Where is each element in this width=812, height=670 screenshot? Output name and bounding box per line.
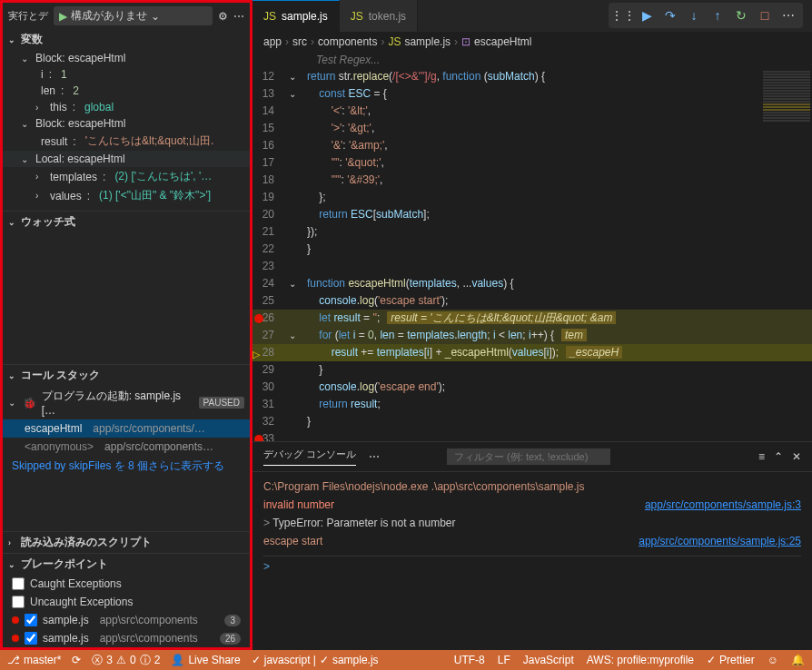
prettier-status[interactable]: ✓Prettier bbox=[707, 654, 755, 666]
info-icon: ⓘ bbox=[140, 653, 151, 668]
step-out-button[interactable]: ↑ bbox=[707, 5, 728, 26]
feedback-icon[interactable]: ☺ bbox=[767, 654, 778, 666]
breakpoint-uncaught[interactable]: Uncaught Exceptions bbox=[3, 593, 250, 611]
fold-icon[interactable] bbox=[285, 344, 300, 361]
fold-icon[interactable] bbox=[285, 120, 300, 137]
eol[interactable]: LF bbox=[498, 654, 510, 666]
fold-icon[interactable] bbox=[285, 396, 300, 413]
collapse-icon[interactable]: ⌃ bbox=[774, 450, 783, 463]
fold-icon[interactable]: ⌄ bbox=[285, 85, 300, 103]
git-branch[interactable]: ⎇master* bbox=[7, 654, 61, 666]
code-editor[interactable]: 12⌄return str.replace(/[<>&"']/g, functi… bbox=[253, 68, 812, 441]
loaded-scripts-header[interactable]: › 読み込み済みのスクリプト bbox=[3, 531, 250, 553]
loaded-label: 読み込み済みのスクリプト bbox=[21, 535, 152, 550]
fold-icon[interactable]: ⌄ bbox=[285, 275, 300, 292]
variables-section-header[interactable]: ⌄ 変数 bbox=[3, 29, 250, 50]
checkbox[interactable] bbox=[25, 614, 37, 626]
callstack-section-header[interactable]: ⌄ コール スタック bbox=[3, 364, 250, 386]
js-file-icon: JS bbox=[263, 10, 276, 23]
codelens-test-regex[interactable]: Test Regex... bbox=[253, 52, 812, 68]
variable-row[interactable]: i:1 bbox=[3, 66, 250, 83]
debug-config-dropdown[interactable]: ▶ 構成がありませ ⌄ bbox=[54, 6, 213, 25]
continue-button[interactable]: ▶ bbox=[636, 5, 658, 26]
fold-icon[interactable] bbox=[285, 258, 300, 275]
symbol-method-icon: ⊡ bbox=[461, 35, 470, 48]
close-icon[interactable]: ✕ bbox=[792, 450, 801, 463]
checkbox[interactable] bbox=[25, 632, 37, 645]
callstack-launch-row[interactable]: ⌄🐞 プログラムの起動: sample.js [… PAUSED bbox=[3, 386, 250, 419]
more-icon[interactable]: ⋯ bbox=[777, 5, 799, 26]
tab-sample[interactable]: JSsample.js bbox=[253, 0, 340, 32]
problems-indicator[interactable]: ⓧ3⚠0ⓘ2 bbox=[92, 653, 160, 668]
breakpoint-icon[interactable] bbox=[254, 435, 263, 441]
more-icon[interactable]: ⋯ bbox=[233, 10, 244, 23]
watch-section-header[interactable]: ⌄ ウォッチ式 bbox=[3, 211, 250, 232]
drag-handle-icon[interactable]: ⋮⋮ bbox=[612, 5, 634, 26]
fold-icon[interactable] bbox=[285, 292, 300, 310]
bell-icon[interactable]: 🔔 bbox=[791, 654, 805, 666]
breakpoints-section-header[interactable]: ⌄ ブレークポイント bbox=[3, 553, 250, 575]
status-lang[interactable]: ✓javascript |✓sample.js bbox=[252, 654, 379, 666]
fold-icon[interactable] bbox=[285, 103, 300, 120]
variable-row[interactable]: ›this:global bbox=[3, 99, 250, 115]
more-icon[interactable]: ⋯ bbox=[369, 450, 380, 463]
breakpoint-row[interactable]: sample.jsapp\src\components3 bbox=[3, 611, 250, 629]
variable-row[interactable]: len:2 bbox=[3, 83, 250, 99]
fold-icon[interactable]: ⌄ bbox=[285, 327, 300, 344]
step-over-button[interactable]: ↷ bbox=[659, 5, 681, 26]
language-mode[interactable]: JavaScript bbox=[523, 654, 574, 666]
tab-token[interactable]: JStoken.js bbox=[340, 0, 418, 32]
sync-button[interactable]: ⟳ bbox=[72, 654, 81, 666]
breakpoint-row[interactable]: sample.jsapp\src\components26 bbox=[3, 629, 250, 647]
variable-scope[interactable]: ⌄Local: escapeHtml bbox=[3, 151, 250, 167]
source-link[interactable]: app/src/components/sample.js:25 bbox=[639, 532, 801, 550]
liveshare-icon: 👤 bbox=[171, 654, 184, 666]
callstack-skipped-link[interactable]: Skipped by skipFiles を 8 個さらに表示する bbox=[3, 456, 250, 477]
fold-icon[interactable] bbox=[285, 137, 300, 154]
variable-scope[interactable]: ⌄Block: escapeHtml bbox=[3, 50, 250, 66]
source-link[interactable]: app/src/components/sample.js:3 bbox=[645, 496, 801, 514]
aws-profile[interactable]: AWS: profile:myprofile bbox=[587, 654, 694, 666]
checkbox[interactable] bbox=[12, 596, 25, 608]
console-filter-input[interactable] bbox=[447, 448, 610, 465]
check-icon: ✓ bbox=[707, 654, 716, 666]
stop-button[interactable]: □ bbox=[754, 5, 776, 26]
variable-scope[interactable]: ⌄Block: escapeHtml bbox=[3, 115, 250, 132]
step-into-button[interactable]: ↓ bbox=[683, 5, 705, 26]
fold-icon[interactable] bbox=[285, 223, 300, 241]
liveshare-button[interactable]: 👤Live Share bbox=[171, 654, 240, 666]
breakpoint-caught[interactable]: Caught Exceptions bbox=[3, 575, 250, 593]
error-icon: ⓧ bbox=[92, 653, 103, 668]
settings-icon[interactable]: ≡ bbox=[758, 450, 765, 463]
line-number: 18 bbox=[253, 172, 285, 189]
fold-icon[interactable] bbox=[285, 206, 300, 223]
encoding[interactable]: UTF-8 bbox=[454, 654, 485, 666]
fold-icon[interactable] bbox=[285, 430, 300, 441]
line-number: 30 bbox=[253, 379, 285, 396]
minimap[interactable] bbox=[761, 68, 812, 304]
console-tab[interactable]: デバッグ コンソール bbox=[263, 448, 356, 466]
console-input[interactable]: > bbox=[263, 556, 801, 573]
breadcrumb[interactable]: app› src› components› JSsample.js› ⊡esca… bbox=[253, 32, 812, 52]
fold-icon[interactable] bbox=[285, 172, 300, 189]
callstack-frame[interactable]: <anonymous> app/src/components… bbox=[3, 438, 250, 456]
console-output[interactable]: C:\Program Files\nodejs\node.exe .\app\s… bbox=[253, 472, 812, 650]
fold-icon[interactable] bbox=[285, 361, 300, 379]
fold-icon[interactable] bbox=[285, 154, 300, 172]
fold-icon[interactable] bbox=[285, 413, 300, 430]
variable-row[interactable]: result:'こんにちは&lt;&quot;山田. bbox=[3, 132, 250, 151]
restart-button[interactable]: ↻ bbox=[730, 5, 752, 26]
variable-row[interactable]: ›values:(1) ['<"山田" & "鈴木">'] bbox=[3, 186, 250, 205]
fold-icon[interactable] bbox=[285, 310, 300, 327]
fold-icon[interactable] bbox=[285, 379, 300, 396]
checkbox[interactable] bbox=[12, 577, 25, 590]
fold-icon[interactable]: ⌄ bbox=[285, 68, 300, 85]
line-number: 13 bbox=[253, 85, 285, 103]
fold-icon[interactable] bbox=[285, 241, 300, 258]
breakpoint-icon[interactable] bbox=[254, 314, 263, 323]
line-number: 21 bbox=[253, 223, 285, 241]
gear-icon[interactable]: ⚙ bbox=[218, 10, 228, 23]
callstack-frame[interactable]: escapeHtml app/src/components/… bbox=[3, 419, 250, 438]
fold-icon[interactable] bbox=[285, 189, 300, 206]
variable-row[interactable]: ›templates:(2) ['こんにちは', '… bbox=[3, 167, 250, 186]
